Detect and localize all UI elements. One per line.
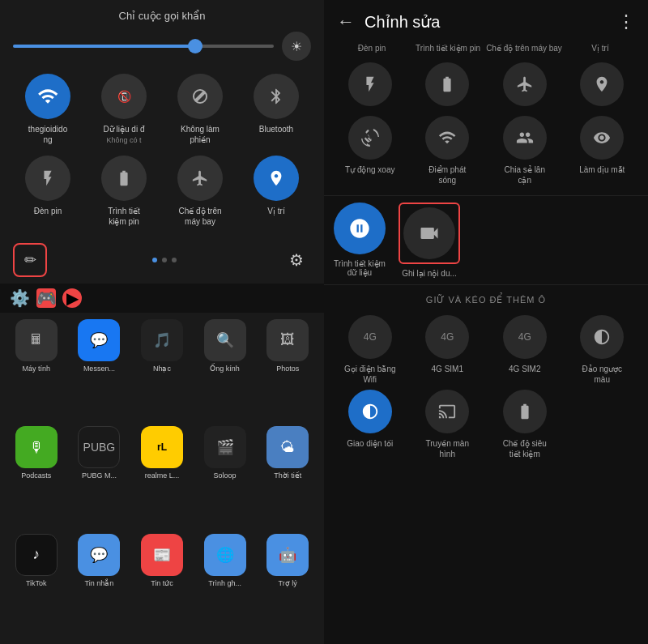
tile-icon-battery bbox=[101, 156, 147, 201]
slider-thumb bbox=[188, 39, 202, 53]
active-section: Trình tiết kiệmdữ liệu Ghi lại nội du... bbox=[324, 195, 648, 285]
bottom-tile-cast[interactable]: Truyền mànhình bbox=[411, 390, 484, 459]
tile-airplane[interactable]: Chế độ trênmáy bay bbox=[165, 156, 235, 227]
app-icon-browser: 🌐 bbox=[204, 534, 246, 576]
highlighted-tile-record[interactable]: Ghi lại nội du... bbox=[399, 203, 460, 278]
tile-icon-airplane bbox=[177, 156, 223, 201]
header-text: Chỉ cuộc gọi khẩn bbox=[13, 10, 311, 22]
bottom-tile-ultra-save[interactable]: Chế độ siêutiết kiệm bbox=[488, 390, 561, 459]
app-browser[interactable]: 🌐 Trình gh... bbox=[195, 534, 255, 638]
bottom-tile-invert[interactable]: Đảo ngượcmàu bbox=[566, 315, 639, 385]
app-grid: 🖩 Máy tính 💬 Messen... 🎵 Nhạc 🔍 Ống kính… bbox=[0, 313, 324, 644]
highlight-box bbox=[399, 203, 460, 264]
right-tile-icon-flashlight bbox=[348, 62, 392, 106]
app-pubg[interactable]: PUBG PUBG M... bbox=[70, 426, 130, 530]
label-battery-saver: Trình tiết kiệm pin bbox=[410, 44, 486, 53]
app-photos[interactable]: 🖼 Photos bbox=[258, 319, 318, 423]
right-tile-airplane[interactable] bbox=[488, 62, 561, 106]
tile-location[interactable]: Vị trí bbox=[241, 156, 311, 227]
tile-wifi[interactable]: thegioididong bbox=[13, 74, 83, 146]
right-tile-autorotate[interactable]: Tự động xoay bbox=[334, 116, 407, 186]
bottom-tile-icon-4g-sim1: 4G bbox=[425, 315, 469, 359]
tile-flashlight[interactable]: Đèn pin bbox=[13, 156, 83, 227]
right-tile-location[interactable] bbox=[566, 62, 639, 106]
app-bar-icon-settings[interactable]: ⚙️ bbox=[10, 288, 30, 308]
right-tile-icon-nearby bbox=[503, 116, 547, 160]
app-soloop[interactable]: 🎬 Soloop bbox=[195, 426, 255, 530]
app-label-podcasts: Podcasts bbox=[21, 471, 51, 480]
dot-2 bbox=[162, 258, 167, 262]
bottom-tile-label-4g-sim1: 4G SIM1 bbox=[432, 364, 463, 374]
bottom-tile-4g-sim1[interactable]: 4G 4G SIM1 bbox=[411, 315, 484, 385]
tile-label-location: Vị trí bbox=[267, 206, 284, 216]
tile-dnd[interactable]: Không làmphiền bbox=[165, 74, 235, 146]
app-label-messages: Tin nhắn bbox=[85, 579, 114, 587]
right-title: Chỉnh sửa bbox=[364, 12, 608, 32]
right-tile-icon-location bbox=[580, 62, 624, 106]
settings-button[interactable]: ⚙ bbox=[282, 245, 311, 275]
tile-battery[interactable]: Trình tiếtkiệm pin bbox=[89, 156, 159, 227]
more-button[interactable]: ⋮ bbox=[617, 11, 635, 32]
app-label-soloop: Soloop bbox=[214, 471, 237, 480]
app-label-browser: Trình gh... bbox=[208, 579, 241, 587]
tile-label-airplane: Chế độ trênmáy bay bbox=[178, 206, 221, 227]
app-messages[interactable]: 💬 Tin nhắn bbox=[70, 534, 130, 638]
bottom-tile-4g-sim2[interactable]: 4G 4G SIM2 bbox=[488, 315, 561, 385]
back-button[interactable]: ← bbox=[337, 11, 355, 32]
app-podcasts[interactable]: 🎙 Podcasts bbox=[6, 426, 66, 530]
tile-icon-data: 📵 bbox=[101, 74, 147, 119]
edit-button[interactable]: ✏ bbox=[13, 243, 47, 277]
app-assistant[interactable]: 🤖 Trợ lý bbox=[258, 534, 318, 638]
app-label-photos: Photos bbox=[276, 365, 299, 373]
tile-label-wifi: thegioididong bbox=[28, 124, 67, 145]
bottom-tile-label-dark: Giao diện tối bbox=[347, 438, 393, 449]
app-realme[interactable]: rL realme L... bbox=[132, 426, 192, 530]
active-tile-datasaver[interactable]: Trình tiết kiệmdữ liệu bbox=[334, 203, 386, 277]
app-icon-calculator: 🖩 bbox=[15, 319, 58, 361]
app-icon-lens: 🔍 bbox=[204, 319, 246, 361]
app-label-music: Nhạc bbox=[153, 365, 171, 373]
right-tile-icon-hotspot bbox=[425, 116, 469, 160]
app-weather[interactable]: 🌤 Thời tiết bbox=[258, 426, 318, 530]
tile-bluetooth[interactable]: Bluetooth bbox=[241, 74, 311, 146]
app-messenger[interactable]: 💬 Messen... bbox=[70, 319, 130, 423]
right-header: ← Chỉnh sửa ⋮ bbox=[324, 0, 648, 44]
bottom-tile-icon-invert bbox=[580, 315, 624, 359]
brightness-icon[interactable]: ☀ bbox=[282, 32, 311, 61]
bottom-tile-label-wifi-call: Gọi điện bằngWifi bbox=[344, 364, 396, 385]
bottom-tile-dark[interactable]: Giao diện tối bbox=[334, 390, 407, 459]
app-label-pubg: PUBG M... bbox=[82, 471, 117, 480]
right-tile-nearby[interactable]: Chia sẻ lâncận bbox=[488, 116, 561, 186]
app-label-realme: realme L... bbox=[145, 471, 180, 480]
right-tile-hotspot[interactable]: Điểm phátsóng bbox=[411, 116, 484, 186]
right-tile-flashlight[interactable] bbox=[334, 62, 407, 106]
tile-data[interactable]: 📵 Dữ liệu di đKhông có t bbox=[89, 74, 159, 146]
right-tile-label-eyeprotect: Làm dịu mắt bbox=[579, 164, 625, 175]
label-airplane: Chế độ trên máy bay bbox=[486, 44, 562, 53]
app-icon-tiktok: ♪ bbox=[15, 534, 58, 576]
app-calculator[interactable]: 🖩 Máy tính bbox=[6, 319, 66, 423]
app-label-calculator: Máy tính bbox=[23, 365, 51, 373]
app-bar-icon-game[interactable]: 🎮 bbox=[36, 288, 56, 308]
right-tile-eyeprotect[interactable]: Làm dịu mắt bbox=[566, 116, 639, 186]
bottom-tile-label-4g-sim2: 4G SIM2 bbox=[509, 364, 540, 374]
app-music[interactable]: 🎵 Nhạc bbox=[132, 319, 192, 423]
active-tile-icon-datasaver bbox=[334, 203, 386, 254]
right-tiles-top bbox=[324, 58, 648, 116]
tile-label-dnd: Không làmphiền bbox=[181, 124, 220, 145]
right-tile-battery-saver[interactable] bbox=[411, 62, 484, 106]
bottom-tile-wifi-call[interactable]: 4G Gọi điện bằngWifi bbox=[334, 315, 407, 385]
app-icon-photos: 🖼 bbox=[266, 319, 309, 361]
app-icon-messages: 💬 bbox=[78, 534, 120, 576]
brightness-slider[interactable] bbox=[13, 45, 274, 48]
app-icon-assistant: 🤖 bbox=[266, 534, 309, 576]
bottom-tile-label-invert: Đảo ngượcmàu bbox=[582, 364, 622, 385]
label-flashlight: Đèn pin bbox=[334, 44, 410, 53]
app-bar-icon-youtube[interactable]: ▶ bbox=[62, 288, 82, 308]
tile-icon-flashlight bbox=[25, 156, 70, 201]
app-news[interactable]: 📰 Tin tức bbox=[132, 534, 192, 638]
app-icon-messenger: 💬 bbox=[78, 319, 120, 361]
bottom-tile-label-ultra-save: Chế độ siêutiết kiệm bbox=[503, 438, 547, 459]
app-lens[interactable]: 🔍 Ống kính bbox=[195, 319, 255, 423]
app-tiktok[interactable]: ♪ TikTok bbox=[6, 534, 66, 638]
